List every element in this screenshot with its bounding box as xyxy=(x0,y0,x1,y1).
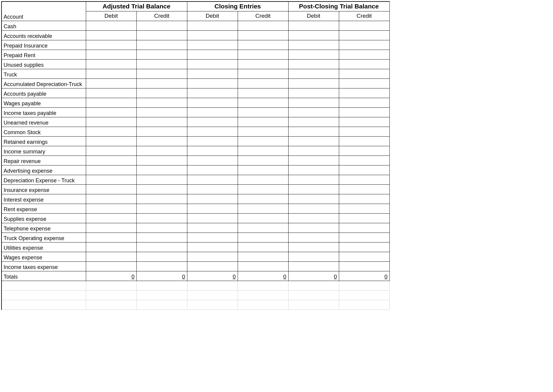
atb-debit-cell[interactable] xyxy=(86,194,136,204)
ce-debit-cell[interactable] xyxy=(187,242,238,252)
ce-debit-cell[interactable] xyxy=(187,204,238,213)
pc-credit-cell[interactable] xyxy=(339,98,389,107)
atb-credit-cell[interactable] xyxy=(136,261,187,271)
ce-credit-cell[interactable] xyxy=(238,184,288,194)
ce-debit-cell[interactable] xyxy=(187,30,238,40)
atb-debit-cell[interactable] xyxy=(86,136,136,146)
pc-debit-cell[interactable] xyxy=(288,242,339,252)
pc-credit-cell[interactable] xyxy=(339,204,389,213)
atb-credit-cell[interactable] xyxy=(136,146,187,156)
ce-credit-cell[interactable] xyxy=(238,30,288,40)
ce-debit-cell[interactable] xyxy=(187,213,238,223)
atb-debit-cell[interactable] xyxy=(86,40,136,50)
ce-debit-cell[interactable] xyxy=(187,50,238,59)
totals-atb-debit[interactable]: 0 xyxy=(86,271,136,281)
ce-debit-cell[interactable] xyxy=(187,223,238,233)
pc-credit-cell[interactable] xyxy=(339,252,389,261)
pc-debit-cell[interactable] xyxy=(288,184,339,194)
atb-debit-cell[interactable] xyxy=(86,223,136,233)
atb-debit-cell[interactable] xyxy=(86,50,136,59)
atb-credit-cell[interactable] xyxy=(136,223,187,233)
ce-credit-cell[interactable] xyxy=(238,242,288,252)
ce-debit-cell[interactable] xyxy=(187,252,238,261)
atb-credit-cell[interactable] xyxy=(136,21,187,30)
ce-credit-cell[interactable] xyxy=(238,40,288,50)
ce-debit-cell[interactable] xyxy=(187,117,238,127)
atb-credit-cell[interactable] xyxy=(136,242,187,252)
atb-debit-cell[interactable] xyxy=(86,79,136,88)
ce-debit-cell[interactable] xyxy=(187,194,238,204)
atb-credit-cell[interactable] xyxy=(136,30,187,40)
totals-pc-debit[interactable]: 0 xyxy=(288,271,339,281)
ce-debit-cell[interactable] xyxy=(187,79,238,88)
pc-debit-cell[interactable] xyxy=(288,261,339,271)
ce-credit-cell[interactable] xyxy=(238,98,288,107)
pc-debit-cell[interactable] xyxy=(288,50,339,59)
ce-debit-cell[interactable] xyxy=(187,69,238,79)
atb-debit-cell[interactable] xyxy=(86,252,136,261)
atb-credit-cell[interactable] xyxy=(136,252,187,261)
atb-debit-cell[interactable] xyxy=(86,98,136,107)
pc-debit-cell[interactable] xyxy=(288,127,339,136)
atb-debit-cell[interactable] xyxy=(86,69,136,79)
pc-credit-cell[interactable] xyxy=(339,117,389,127)
atb-debit-cell[interactable] xyxy=(86,107,136,117)
pc-credit-cell[interactable] xyxy=(339,242,389,252)
pc-credit-cell[interactable] xyxy=(339,194,389,204)
pc-credit-cell[interactable] xyxy=(339,59,389,69)
atb-debit-cell[interactable] xyxy=(86,242,136,252)
pc-debit-cell[interactable] xyxy=(288,146,339,156)
atb-debit-cell[interactable] xyxy=(86,21,136,30)
ce-credit-cell[interactable] xyxy=(238,127,288,136)
ce-credit-cell[interactable] xyxy=(238,69,288,79)
pc-debit-cell[interactable] xyxy=(288,21,339,30)
ce-credit-cell[interactable] xyxy=(238,79,288,88)
ce-debit-cell[interactable] xyxy=(187,98,238,107)
pc-credit-cell[interactable] xyxy=(339,21,389,30)
pc-credit-cell[interactable] xyxy=(339,136,389,146)
pc-credit-cell[interactable] xyxy=(339,165,389,175)
atb-debit-cell[interactable] xyxy=(86,175,136,184)
ce-credit-cell[interactable] xyxy=(238,252,288,261)
atb-credit-cell[interactable] xyxy=(136,117,187,127)
ce-credit-cell[interactable] xyxy=(238,136,288,146)
ce-credit-cell[interactable] xyxy=(238,233,288,242)
ce-debit-cell[interactable] xyxy=(187,156,238,165)
pc-debit-cell[interactable] xyxy=(288,59,339,69)
pc-credit-cell[interactable] xyxy=(339,156,389,165)
atb-credit-cell[interactable] xyxy=(136,69,187,79)
atb-debit-cell[interactable] xyxy=(86,88,136,98)
ce-debit-cell[interactable] xyxy=(187,40,238,50)
atb-debit-cell[interactable] xyxy=(86,146,136,156)
pc-credit-cell[interactable] xyxy=(339,107,389,117)
atb-debit-cell[interactable] xyxy=(86,117,136,127)
atb-debit-cell[interactable] xyxy=(86,156,136,165)
ce-debit-cell[interactable] xyxy=(187,88,238,98)
ce-debit-cell[interactable] xyxy=(187,175,238,184)
ce-credit-cell[interactable] xyxy=(238,88,288,98)
atb-credit-cell[interactable] xyxy=(136,127,187,136)
ce-credit-cell[interactable] xyxy=(238,107,288,117)
ce-credit-cell[interactable] xyxy=(238,117,288,127)
atb-debit-cell[interactable] xyxy=(86,165,136,175)
atb-debit-cell[interactable] xyxy=(86,213,136,223)
ce-debit-cell[interactable] xyxy=(187,107,238,117)
atb-debit-cell[interactable] xyxy=(86,59,136,69)
pc-debit-cell[interactable] xyxy=(288,136,339,146)
ce-credit-cell[interactable] xyxy=(238,146,288,156)
atb-credit-cell[interactable] xyxy=(136,165,187,175)
pc-credit-cell[interactable] xyxy=(339,184,389,194)
pc-credit-cell[interactable] xyxy=(339,30,389,40)
totals-ce-credit[interactable]: 0 xyxy=(238,271,288,281)
atb-credit-cell[interactable] xyxy=(136,184,187,194)
atb-credit-cell[interactable] xyxy=(136,204,187,213)
atb-credit-cell[interactable] xyxy=(136,50,187,59)
pc-debit-cell[interactable] xyxy=(288,223,339,233)
atb-credit-cell[interactable] xyxy=(136,98,187,107)
atb-credit-cell[interactable] xyxy=(136,59,187,69)
atb-credit-cell[interactable] xyxy=(136,136,187,146)
pc-debit-cell[interactable] xyxy=(288,175,339,184)
atb-credit-cell[interactable] xyxy=(136,213,187,223)
pc-credit-cell[interactable] xyxy=(339,79,389,88)
ce-debit-cell[interactable] xyxy=(187,146,238,156)
